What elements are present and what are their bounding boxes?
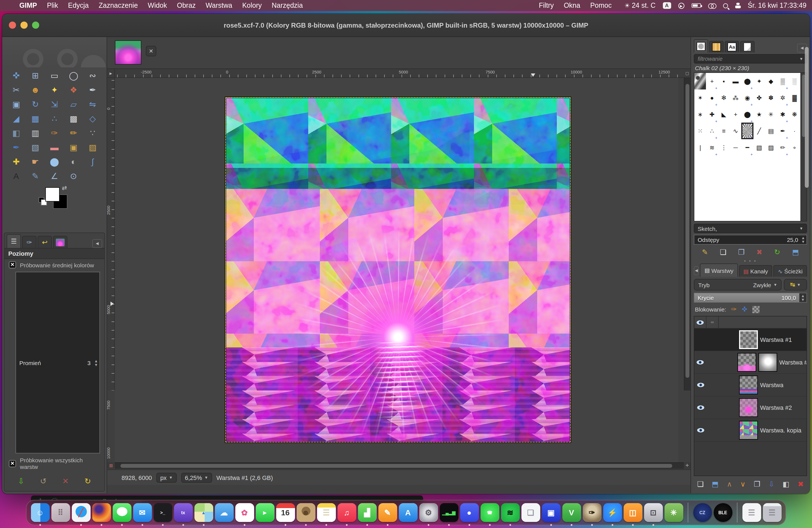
brush-cell[interactable]: ⁂	[730, 89, 742, 106]
menu-warstwa[interactable]: Warstwa	[201, 2, 237, 10]
brush-cell[interactable]: ∿	[730, 122, 742, 139]
layer-row[interactable]: Warstwa #2	[694, 397, 807, 419]
brush-cell[interactable]	[694, 73, 706, 89]
link-icon[interactable]	[708, 3, 715, 8]
lock-alpha-icon[interactable]	[752, 306, 759, 313]
brush-cell[interactable]: ◉	[742, 89, 753, 106]
default-colors-icon[interactable]	[39, 197, 44, 203]
tab-patterns[interactable]	[709, 41, 724, 53]
layer-action-button[interactable]: ∨	[740, 480, 745, 488]
window-scrollbar-pill[interactable]	[805, 47, 809, 188]
horizontal-ruler[interactable]: -250002500500075001000012500	[115, 69, 684, 78]
layer-action-button[interactable]: ❏	[697, 480, 704, 488]
tool-button[interactable]: ◯	[64, 70, 83, 81]
dock-item[interactable]: ⊡	[644, 503, 663, 522]
dock-item[interactable]	[737, 503, 737, 523]
tool-button[interactable]: ◧	[6, 127, 26, 138]
radius-spinbox[interactable]: Promień 3 ▲▼	[15, 272, 100, 453]
tool-button[interactable]: ▦	[26, 113, 45, 124]
tool-button[interactable]: ∫	[83, 156, 102, 167]
tab-tool-options[interactable]: ☰	[6, 234, 21, 248]
tool-options-footer-button[interactable]: ⇩	[18, 476, 24, 485]
spinner-arrows[interactable]: ▲▼	[93, 359, 99, 366]
brush-cell[interactable]: ∗	[694, 106, 706, 122]
opacity-slider[interactable]: Krycie 100,0 ▲▼	[694, 293, 807, 303]
dock-item[interactable]: ●	[460, 503, 479, 522]
vertical-scrollbar-handle[interactable]	[685, 84, 690, 378]
tab-brushes[interactable]	[694, 39, 708, 53]
brush-cell[interactable]: +	[730, 106, 742, 122]
tool-button[interactable]: ▣	[6, 98, 26, 110]
tool-button[interactable]: ⊞	[26, 70, 45, 81]
brush-cell[interactable]: ✻	[718, 89, 730, 106]
dock-item[interactable]: ✳	[664, 503, 683, 522]
tool-button[interactable]: ⊙	[64, 170, 83, 182]
brush-cell[interactable]: ▪	[718, 73, 730, 89]
layer-name[interactable]: Warstwa #2	[760, 404, 792, 411]
tool-button[interactable]: ☛	[26, 156, 45, 167]
zoom-select[interactable]: 6,25%▼	[181, 472, 212, 482]
tool-button[interactable]: ⬤	[45, 156, 64, 167]
canvas-image[interactable]	[225, 97, 571, 443]
chain-column-icon[interactable]: ∞	[707, 317, 719, 328]
dock-item[interactable]: tx	[174, 503, 192, 522]
dock-item[interactable]	[688, 503, 688, 523]
layer-action-button[interactable]: ◧	[783, 480, 789, 488]
layer-row[interactable]: Warstwa. kopia	[694, 419, 807, 442]
horizontal-scrollbar-handle[interactable]	[121, 464, 672, 468]
tool-button[interactable]: ✏	[64, 127, 83, 138]
brush-cell[interactable]: ✦	[753, 73, 765, 89]
menu-zaznaczenie[interactable]: Zaznaczenie	[93, 2, 143, 10]
vertical-scrollbar[interactable]	[684, 78, 691, 391]
brush-cell[interactable]: ◆	[765, 73, 777, 89]
dock-item[interactable]	[92, 503, 111, 522]
layer-thumbnail[interactable]	[739, 330, 758, 349]
maximize-button[interactable]	[32, 21, 39, 29]
search-icon[interactable]	[723, 3, 728, 8]
dock-item[interactable]: ≋	[501, 503, 520, 522]
dock-item[interactable]: ☁	[215, 503, 233, 522]
brush-cell[interactable]: ∴	[706, 122, 718, 139]
mode-switch-button[interactable]: ↹ ▼	[784, 279, 807, 291]
tool-button[interactable]: ↻	[26, 98, 45, 110]
brush-cell[interactable]: ─	[730, 139, 742, 156]
tool-button[interactable]: ⇋	[83, 98, 102, 110]
tab-device-status[interactable]: ✑	[22, 236, 37, 248]
menu-kolory[interactable]: Kolory	[237, 2, 267, 10]
tool-button[interactable]: ✂	[6, 84, 26, 96]
dock-item[interactable]: CZ	[693, 503, 712, 522]
menu-clock[interactable]: Śr. 16 kwi 17:33:49	[748, 2, 807, 10]
brush-cell[interactable]	[742, 122, 753, 139]
menu-okna[interactable]: Okna	[559, 2, 585, 10]
layer-action-button[interactable]: ⬒	[712, 480, 719, 488]
brush-filter-input[interactable]: filtrowanie ▼	[694, 54, 807, 63]
brush-cell[interactable]: ●	[706, 89, 718, 106]
brush-group-select[interactable]: Sketch,▼	[694, 224, 807, 233]
swap-colors-icon[interactable]: ⇄	[62, 185, 67, 192]
brush-cell[interactable]: ≡	[718, 122, 730, 139]
menu-pomoc[interactable]: Pomoc	[585, 2, 617, 10]
layers-tab[interactable]: ▤ Warstwy	[700, 263, 738, 277]
tab-image-preview[interactable]	[53, 236, 68, 248]
canvas-viewport[interactable]	[115, 78, 678, 462]
close-image-icon[interactable]: ✕	[146, 46, 156, 56]
battery-icon[interactable]	[691, 3, 701, 8]
dock-item[interactable]: ▣	[541, 503, 561, 522]
brush-cell[interactable]: ▓	[788, 89, 800, 106]
layer-thumbnail[interactable]	[739, 376, 758, 394]
layer-name[interactable]: Warstwa #1	[760, 336, 792, 343]
brush-cell[interactable]: ✒	[777, 122, 789, 139]
tool-button[interactable]: ✚	[6, 156, 26, 167]
layer-action-button[interactable]: ✖	[798, 480, 804, 488]
tool-options-footer-button[interactable]: ↻	[85, 476, 91, 485]
menu-edycja[interactable]: Edycja	[63, 2, 93, 10]
brush-action-button[interactable]: ↻	[774, 248, 780, 256]
layer-row[interactable]: Warstwa	[694, 374, 807, 397]
brush-action-button[interactable]: ⬒	[792, 248, 799, 256]
menu-widok[interactable]: Widok	[143, 2, 172, 10]
brush-cell[interactable]: ✏	[777, 139, 789, 156]
brush-cell[interactable]: ❋	[788, 106, 800, 122]
dock-item[interactable]: ♫	[337, 503, 356, 522]
tab-fonts[interactable]: Aa	[725, 41, 739, 53]
dock-item[interactable]: A	[398, 503, 417, 522]
